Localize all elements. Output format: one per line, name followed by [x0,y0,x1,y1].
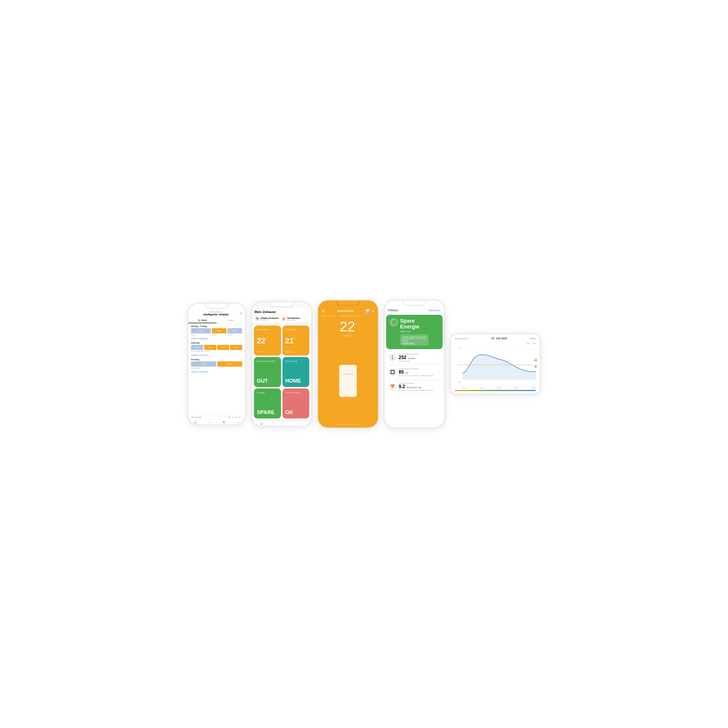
tablet-fill-area [462,355,536,380]
p3-stat-inner-label: INNENLUFT 21° [321,315,335,317]
p2-quick-action-schedule[interactable]: 📅 Zeitplan fernsteuern Jetzt 01:30 [254,316,279,321]
tablet-x-0: 04:00 [462,387,467,389]
p1-block-1-1[interactable]: 10.0° [204,345,216,350]
p2-heat-label: Schnellheizen Jetzt 01:30 [287,317,300,321]
p3-settings-icon[interactable]: ⚙ [372,309,375,313]
p1-block-2-1[interactable]: 21.0° [217,361,243,367]
p3-chart-icon[interactable]: 📊 [366,309,370,313]
p2-schedule-time: Jetzt 01:30 [261,319,279,321]
p2-tile-geofencing[interactable]: Geofencing HOME [283,357,309,387]
p4-card-schedule[interactable]: 📅 Intelligenter Zeitplan 9.2 Stunden pro… [386,380,443,393]
p1-block-0-2[interactable]: 13.0° [228,328,242,333]
p4-card-window-text: Fenster-Offen-Erkennung 85 mal Itd° war … [399,368,433,376]
p3-stat-humidity-label: LUFTFEUCHTIGKEIT 56+ [339,315,360,317]
tablet-header: Wohnzimmer 07. Juli 2018 Fertig [455,337,536,340]
p4-card-window-chevron: › [439,370,440,374]
tablet-x-1: 10:00 [480,387,484,389]
p1-time-row-0: 18.0° 18.0° 13.0° [188,328,245,334]
p2-quick-actions: 📅 Zeitplan fernsteuern Jetzt 01:30 🔥 Sch… [252,315,312,323]
tablet-content: Wohnzimmer 07. Juli 2018 Fertig ☀ ☀ 22° … [451,334,540,394]
tablet-done-button[interactable]: Fertig [530,337,536,340]
p3-temp-value: 22 [340,319,355,334]
p4-abbrechen[interactable]: Abbrechen [428,309,441,312]
phone-4-content: Februar Abbrechen 🌿 SpareEnergie Erfahre… [384,301,444,427]
tablet-side-icon-2[interactable]: 🌡 [534,364,538,369]
p1-bottom-nav: 🏠 ☰ 📅 ⚙ [188,419,245,425]
p3-header: ✕ Wohnzimmer 📊 ⚙ [318,307,378,315]
p3-footer: Geändert: 07:um 02:00 AM [318,422,378,427]
p2-tile-living-time: Jetzt 27:11 [257,351,278,353]
p2-nav-menu[interactable]: ☰ [272,423,292,425]
tablet-x-3: 22:00 [514,387,518,389]
p1-header-title: Wohnzimmer Intelligenter Zeitplan [192,311,240,316]
phone-2-notch [270,302,293,307]
p2-tile-bedroom-time: Jetzt 27:11 [285,351,307,353]
p1-nav-menu[interactable]: ☰ [202,421,217,424]
p1-nav-calendar[interactable]: 📅 [217,421,231,424]
p2-quick-action-heat[interactable]: 🔥 Schnellheizen Jetzt 01:30 [281,316,300,321]
devices-container: ‹ Wohnzimmer Intelligenter Zeitplan ⚙ 🏠 … [176,288,552,440]
p3-stats: INNENLUFT 21° LUFTFEUCHTIGKEIT 56+ [318,315,378,318]
p1-block-2-0[interactable]: 13.0° [191,361,216,367]
p1-add-link-1[interactable]: Zeitblock hinzufügen [188,353,245,357]
p1-block-0-0[interactable]: 18.0° [191,328,211,333]
phone-3-content: ✕ Wohnzimmer 📊 ⚙ INNENLUFT 21° LUFTFEUCH… [318,301,378,427]
p2-tile-comfort-label: Raumluft-Komfort [257,360,278,362]
tablet-y-22: 22° [455,347,461,349]
phone-3-notch [336,301,359,306]
p1-tab-home[interactable]: 🏠 Home [188,318,217,323]
p3-sub-temp: 22.5 (1) [318,334,378,337]
p2-schedule-text: Zeitplan fernsteuern [261,317,279,319]
p1-settings-icon[interactable]: ⚙ [240,312,242,315]
p2-tile-ok-value: OK [285,410,307,416]
p4-card-location-icon: 🚶 [389,354,396,361]
p1-time-label-0-0: 12:00 [191,334,211,336]
p1-time-label-1-2: 15:00 [201,350,205,352]
p4-card-location[interactable]: 🚶 Ortsabhängige Steuerung 252 Stunden im… [386,351,443,364]
p3-room-title: Wohnzimmer [337,309,353,312]
p1-title: Intelligenter Zeitplan [192,313,240,316]
p1-add-link-2[interactable]: Zeitblock hinzufügen [188,370,245,374]
p3-stat-humidity: LUFTFEUCHTIGKEIT 56+ [339,315,360,317]
p4-hero-text: SpareEnergie Erfahre mehr › Nutzbar mit … [400,318,429,346]
p1-nav-home[interactable]: 🏠 [188,421,202,424]
p2-tile-living[interactable]: Wohnzimmer 22° Jetzt 27:11 [254,326,281,356]
p1-nav-settings[interactable]: ⚙ [231,421,245,424]
p2-nav-settings[interactable]: ⚙ [292,423,312,425]
p2-bottom-nav: 🏠 ☰ ⚙ [252,421,312,426]
tablet-chart-area-wrapper: 22° 20° 18° [455,347,536,389]
p1-tab-away[interactable]: Away [217,318,245,323]
p1-block-1-3[interactable]: 21.0° [230,345,242,350]
p3-close-icon[interactable]: ✕ [321,309,325,314]
p2-tile-bedroom-temp: 21° [285,337,307,344]
p4-card-location-chevron: › [439,356,440,359]
p4-tip-link[interactable]: Erfahre mehr › [402,342,426,344]
p1-block-0-1[interactable]: 18.0° [212,328,226,333]
p3-radiator-stripe [342,374,354,375]
p4-tip-text: Nutzbar mit Auto-Assist sparendurchschni… [402,336,426,341]
p1-wochentage-value[interactable]: Mo - Fr, Sa, So > [228,416,242,418]
p2-tile-spare[interactable]: Energie SPARE [254,388,281,419]
tablet-y-20: 20° [455,364,461,366]
tablet-chart-svg-area [462,347,536,383]
p4-card-window[interactable]: 🔲 Fenster-Offen-Erkennung 85 mal Itd° wa… [386,366,443,379]
p2-heat-time: Jetzt 01:30 [287,319,300,321]
p3-stat-inner: INNENLUFT 21° [321,315,335,317]
p1-add-link-0[interactable]: Zeitblock hinzufügen [188,337,245,341]
p2-schedule-label: Zeitplan fernsteuern Jetzt 01:30 [261,317,279,321]
p4-card-window-unit: mal [405,372,408,374]
phone-4-notch [403,301,426,306]
p2-tile-bedroom-label: Schlafzimmer [285,329,307,330]
p2-tile-ok[interactable]: Care & Protect OK [283,388,309,419]
tablet-sun-icons: ☀ ☀ [455,341,536,346]
p2-tile-comfort[interactable]: Raumluft-Komfort GUT [254,357,281,387]
p1-time-labels-0: 12:00 07:00 11:30 [188,334,245,337]
p1-block-1-0[interactable]: 18.0° [191,345,203,350]
p4-card-location-text: Ortsabhängige Steuerung 252 Stunden im A… [399,353,419,362]
p4-hero-icon: 🌿 [390,318,398,326]
p1-block-1-2[interactable]: 13.0° [217,345,229,350]
p2-tile-bedroom[interactable]: Schlafzimmer 21° Jetzt 27:11 [283,326,309,356]
p2-nav-home[interactable]: 🏠 [252,423,272,425]
p4-card-window-icon: 🔲 [389,369,396,376]
tablet-side-icon-1[interactable]: 🔥 [534,358,538,362]
